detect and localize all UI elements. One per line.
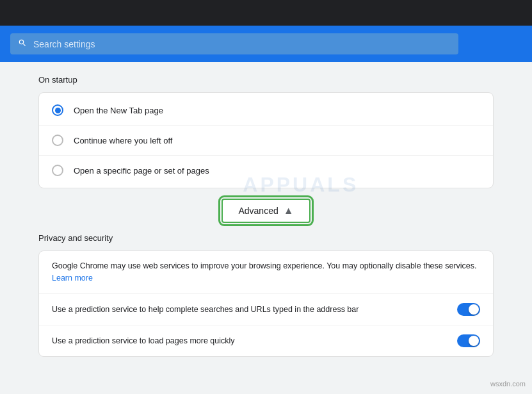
on-startup-section: On startup Open the New Tab page Continu… [38, 75, 494, 188]
privacy-card: Google Chrome may use web services to im… [38, 250, 494, 357]
privacy-security-section: Privacy and security Google Chrome may u… [38, 233, 494, 357]
privacy-security-title: Privacy and security [38, 233, 494, 243]
titlebar [0, 0, 532, 26]
search-input[interactable] [33, 39, 451, 49]
startup-option-continue[interactable]: Continue where you left off [39, 125, 493, 155]
privacy-notice-text: Google Chrome may use web services to im… [52, 260, 480, 284]
advanced-button[interactable]: Advanced ▲ [222, 199, 310, 223]
prediction-load-label: Use a prediction service to load pages m… [52, 336, 457, 345]
advanced-button-label: Advanced [238, 206, 278, 216]
startup-option-specific[interactable]: Open a specific page or set of pages [39, 155, 493, 185]
main-content: On startup Open the New Tab page Continu… [0, 62, 532, 370]
wsxdn-watermark: wsxdn.com [490, 380, 526, 388]
learn-more-link[interactable]: Learn more [52, 274, 93, 283]
prediction-search-item: Use a prediction service to help complet… [39, 294, 493, 325]
prediction-load-row: Use a prediction service to load pages m… [52, 334, 480, 347]
radio-new-tab-label: Open the New Tab page [74, 106, 163, 115]
advanced-button-wrapper: Advanced ▲ [38, 199, 494, 223]
radio-specific[interactable] [52, 165, 63, 176]
radio-new-tab[interactable] [52, 104, 63, 116]
startup-option-new-tab[interactable]: Open the New Tab page [39, 95, 493, 125]
radio-specific-label: Open a specific page or set of pages [74, 166, 209, 176]
privacy-notice-item: Google Chrome may use web services to im… [39, 251, 493, 294]
privacy-notice-content: Google Chrome may use web services to im… [52, 261, 477, 270]
on-startup-title: On startup [38, 75, 494, 85]
prediction-load-toggle[interactable] [457, 334, 480, 347]
prediction-search-row: Use a prediction service to help complet… [52, 303, 480, 316]
prediction-search-toggle[interactable] [457, 303, 480, 316]
radio-continue-label: Continue where you left off [74, 136, 172, 145]
prediction-load-item: Use a prediction service to load pages m… [39, 325, 493, 356]
search-bar-wrapper [0, 26, 532, 62]
chevron-up-icon: ▲ [284, 205, 294, 217]
prediction-search-label: Use a prediction service to help complet… [52, 305, 457, 314]
radio-continue[interactable] [52, 135, 63, 146]
startup-options-card: Open the New Tab page Continue where you… [38, 92, 494, 188]
search-bar[interactable] [10, 33, 458, 54]
search-icon [18, 38, 27, 49]
